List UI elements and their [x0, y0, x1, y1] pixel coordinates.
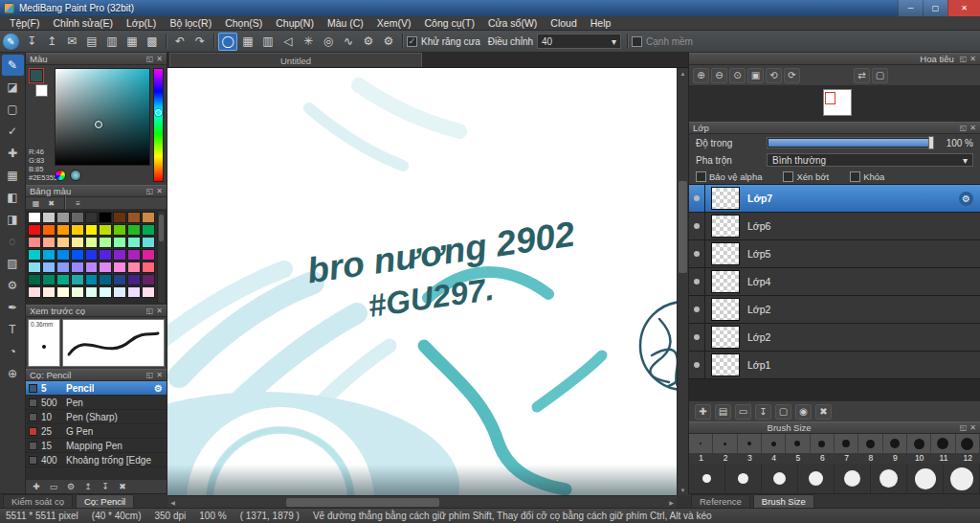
select-pen-tool[interactable]: ✓: [2, 121, 24, 142]
brush-size-dot-8[interactable]: [858, 434, 882, 453]
snap-settings-button[interactable]: ⚙: [359, 33, 378, 51]
palette-swatch[interactable]: [56, 212, 70, 223]
brush-item[interactable]: 500Pen: [26, 396, 167, 410]
adjust-select[interactable]: 40 ▾: [537, 34, 621, 49]
palette-grid-button[interactable]: ▦: [30, 198, 42, 209]
brush-settings-button[interactable]: ⚙: [64, 481, 78, 492]
palette-swatch[interactable]: [142, 274, 155, 285]
palette-swatch[interactable]: [71, 212, 84, 223]
sv-marker[interactable]: [95, 121, 102, 128]
copy-canvas-button[interactable]: ▤: [82, 33, 101, 51]
palette-scrollbar[interactable]: [157, 212, 165, 303]
layer-folder-button[interactable]: ▭: [735, 404, 751, 420]
palette-swatch[interactable]: [56, 224, 70, 236]
brush-tip-circle-button[interactable]: ◯: [218, 33, 237, 51]
palette-swatch[interactable]: [85, 286, 99, 298]
close-button[interactable]: ✕: [947, 0, 980, 16]
palette-swatch[interactable]: [113, 237, 126, 248]
visibility-toggle[interactable]: [689, 185, 705, 212]
palette-swatch[interactable]: [142, 249, 155, 261]
close-panel-icon[interactable]: ✕: [156, 307, 163, 315]
add-layer-button[interactable]: ✚: [695, 404, 711, 420]
operation-tool[interactable]: ⚙: [2, 275, 24, 296]
merge-down-button[interactable]: ↧: [755, 404, 771, 420]
palette-swatch[interactable]: [56, 262, 70, 273]
palette-swatch[interactable]: [142, 224, 155, 236]
visibility-toggle[interactable]: [689, 268, 705, 295]
grid-toggle-button[interactable]: ▦: [122, 33, 142, 51]
palette-swatch[interactable]: [113, 262, 126, 273]
maximize-button[interactable]: ▢: [923, 0, 947, 16]
fit-screen-button[interactable]: ▣: [747, 68, 764, 83]
vertical-scrollbar[interactable]: ▲ ▼: [677, 68, 688, 495]
clear-layer-button[interactable]: ▢: [775, 404, 791, 420]
tab-brush-pencil[interactable]: Cọ: Pencil: [76, 494, 134, 508]
layer-row[interactable]: Lớp2: [689, 296, 980, 324]
select-rect-tool[interactable]: ▦: [2, 165, 24, 186]
scroll-up-icon[interactable]: ▲: [678, 68, 688, 79]
palette-swatch[interactable]: [56, 249, 70, 261]
brush-tool[interactable]: ✎: [2, 55, 24, 76]
scroll-right-icon[interactable]: ▶: [666, 496, 677, 508]
float-panel-icon[interactable]: ◱: [146, 307, 154, 315]
close-panel-icon[interactable]: ✕: [969, 124, 976, 132]
background-color-swatch[interactable]: [35, 84, 48, 97]
new-canvas-button[interactable]: ▥: [102, 33, 122, 51]
close-panel-icon[interactable]: ✕: [156, 187, 163, 195]
palette-swatch[interactable]: [71, 286, 84, 298]
float-panel-icon[interactable]: ◱: [960, 423, 968, 432]
tab-brush-size[interactable]: Brush Size: [753, 494, 814, 508]
saturation-value-box[interactable]: [55, 68, 150, 166]
horizontal-scroll-thumb[interactable]: [286, 498, 439, 507]
zoom-in-button[interactable]: ⊕: [693, 68, 709, 83]
float-panel-icon[interactable]: ◱: [960, 124, 968, 132]
layer-row[interactable]: Lớp4: [689, 268, 980, 296]
hue-slider[interactable]: [153, 68, 164, 182]
palette-swatch[interactable]: [42, 237, 56, 248]
soft-edge-checkbox[interactable]: [632, 36, 642, 47]
delete-brush-button[interactable]: ✖: [116, 481, 129, 492]
lock-checkbox[interactable]: [850, 171, 860, 182]
brush-size-dot-5[interactable]: [786, 434, 810, 453]
palette-swatch[interactable]: [42, 249, 56, 261]
palette-swatch[interactable]: [85, 262, 99, 273]
palette-swatch[interactable]: [113, 224, 126, 236]
brush-size-dot-3[interactable]: [738, 434, 762, 453]
brush-size-dot-4[interactable]: [762, 434, 786, 453]
zoom-out-button[interactable]: ⊖: [711, 68, 727, 83]
palette-swatch[interactable]: [127, 262, 141, 273]
palette-swatch[interactable]: [85, 237, 99, 248]
eyedropper-tool[interactable]: ◔: [2, 341, 24, 362]
float-panel-icon[interactable]: ◱: [146, 55, 154, 63]
palette-swatch[interactable]: [127, 224, 141, 236]
palette-swatch[interactable]: [71, 224, 84, 236]
layer-settings-icon[interactable]: ⚙: [959, 192, 973, 206]
move-tool[interactable]: ✚: [2, 143, 24, 164]
brush-size-dot-2[interactable]: [713, 434, 737, 453]
brush-size-dot-12[interactable]: [956, 434, 980, 453]
clipping-checkbox[interactable]: [783, 171, 793, 182]
hand-tool[interactable]: ⊕: [2, 363, 24, 384]
scroll-down-icon[interactable]: ▼: [678, 485, 688, 495]
palette-swatch[interactable]: [99, 262, 112, 273]
undo-button[interactable]: ↶: [170, 33, 189, 51]
palette-swatch[interactable]: [99, 286, 112, 298]
brush-size-circle-16[interactable]: [798, 464, 835, 493]
main-brush-button[interactable]: ✎: [3, 34, 19, 50]
eraser-tool[interactable]: ◪: [2, 77, 24, 98]
palette-swatch[interactable]: [142, 212, 155, 223]
comment-button[interactable]: ✉: [62, 33, 81, 51]
menu-item-8[interactable]: Công cụ(T): [417, 16, 481, 30]
palette-swatch[interactable]: [56, 274, 70, 285]
horizontal-scrollbar[interactable]: ◀ ▶: [167, 495, 677, 508]
snap-off-button[interactable]: ◁: [278, 33, 298, 51]
palette-swatch[interactable]: [142, 237, 155, 248]
bucket-tool[interactable]: ◧: [2, 187, 24, 208]
save-button[interactable]: ↧: [22, 33, 41, 51]
palette-swatch[interactable]: [85, 224, 99, 236]
palette-swatch[interactable]: [56, 237, 70, 248]
brush-size-dot-9[interactable]: [883, 434, 907, 453]
brush-settings-icon[interactable]: ⚙: [154, 383, 163, 394]
palette-swatch[interactable]: [85, 274, 99, 285]
brush-size-circle-13[interactable]: [689, 464, 725, 493]
